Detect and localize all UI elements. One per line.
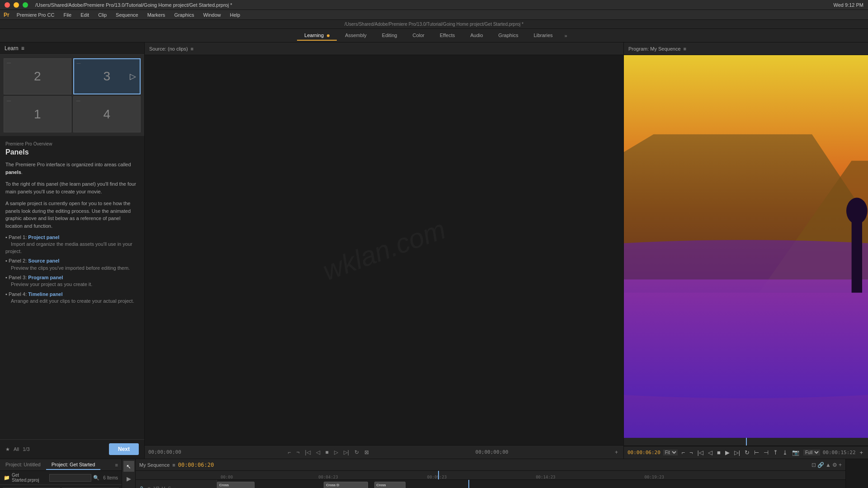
tag-label: All xyxy=(14,446,19,452)
tab-learning[interactable]: Learning xyxy=(297,31,337,41)
next-button[interactable]: Next xyxy=(109,443,139,455)
panel-thumb-2[interactable]: — 2 xyxy=(4,58,71,94)
program-insert[interactable]: ⊢ xyxy=(753,448,760,457)
source-step-back[interactable]: |◁ xyxy=(303,448,312,456)
learn-menu-icon[interactable]: ≡ xyxy=(21,45,24,52)
program-title: Program: My Sequence xyxy=(628,46,681,52)
program-lift[interactable]: ⤒ xyxy=(772,448,779,457)
ripple-edit-tool[interactable]: |◁ xyxy=(123,485,134,488)
panel-thumb-1[interactable]: — 1 xyxy=(4,96,71,132)
track-v2-sync[interactable]: S xyxy=(168,486,172,488)
project-tab-menu[interactable]: ≡ xyxy=(112,462,122,468)
learn-subtitle: Premiere Pro Overview xyxy=(5,141,139,146)
source-timecode-right: 00;00;00;00 xyxy=(476,449,509,455)
tab-audio[interactable]: Audio xyxy=(463,31,490,41)
file-path-display: /Users/Shared/Adobe/Premiere Pro/13.0/Tu… xyxy=(344,22,524,27)
timeline-add-track[interactable]: + xyxy=(839,462,842,468)
source-controls: ⌐ ¬ |◁ ◁ ■ ▷ ▷| ↻ ⊠ xyxy=(286,448,371,456)
menu-edit[interactable]: Edit xyxy=(77,11,93,19)
tab-assembly[interactable]: Assembly xyxy=(338,31,374,41)
clip-cross-3[interactable]: Cross xyxy=(374,482,406,488)
source-menu-icon[interactable]: ≡ xyxy=(191,46,193,52)
timeline-markers[interactable]: ▲ xyxy=(826,462,831,468)
program-timecode: 00:00:06:20 xyxy=(627,450,660,455)
track-v2-visibility[interactable]: 👁 xyxy=(146,486,152,488)
program-mark-in[interactable]: ⌐ xyxy=(680,448,686,457)
panel-num-3: 3 xyxy=(103,69,110,84)
minimize-button[interactable] xyxy=(14,2,19,8)
program-camera[interactable]: 📷 xyxy=(791,448,801,457)
program-mark-out[interactable]: ¬ xyxy=(688,448,694,457)
timeline-linked[interactable]: 🔗 xyxy=(817,462,824,468)
timeline-settings[interactable]: ⚙ xyxy=(832,462,837,468)
menu-clip[interactable]: Clip xyxy=(94,11,110,19)
app-logo: Pr xyxy=(4,12,9,18)
learn-label: Learn xyxy=(5,45,19,52)
play-icon: ▷ xyxy=(130,71,136,81)
tools-panel: ↖ ▶ |◁ ✂ ↔ ✒ ✋ T ⋮ xyxy=(122,459,136,488)
source-add-marker[interactable]: + xyxy=(613,448,620,456)
close-button[interactable] xyxy=(5,2,10,8)
track-v2-collapse[interactable]: ▾ xyxy=(173,486,176,488)
learn-header: Learn ≡ xyxy=(0,42,144,55)
menu-window[interactable]: Window xyxy=(199,11,224,19)
program-scrubber[interactable] xyxy=(624,438,868,446)
panel-item-1: • Panel 1: Project panelImport and organ… xyxy=(5,234,139,255)
source-play-back[interactable]: ◁ xyxy=(314,448,322,456)
program-play[interactable]: ▶ xyxy=(724,448,731,457)
app-name[interactable]: Premiere Pro CC xyxy=(13,11,58,19)
tab-libraries[interactable]: Libraries xyxy=(526,31,560,41)
program-add-marker[interactable]: + xyxy=(858,448,864,457)
ruler-marks: 00:00 00:04:23 00:09:23 00:14:23 00:19:2… xyxy=(221,471,764,479)
track-select-tool[interactable]: ▶ xyxy=(123,473,134,484)
project-search-input[interactable] xyxy=(49,474,91,482)
source-mark-in[interactable]: ⌐ xyxy=(286,448,292,456)
menu-help[interactable]: Help xyxy=(226,11,244,19)
source-step-fwd[interactable]: ▷| xyxy=(342,448,351,456)
source-stop[interactable]: ■ xyxy=(324,448,330,456)
timeline-snap[interactable]: ⊡ xyxy=(811,462,816,468)
source-loop[interactable]: ↻ xyxy=(353,448,361,456)
more-workspaces[interactable]: » xyxy=(561,31,571,40)
program-loop[interactable]: ↻ xyxy=(743,448,751,457)
clock: Wed 9:12 PM xyxy=(834,2,863,8)
menu-graphics[interactable]: Graphics xyxy=(170,11,198,19)
ruler-mark-4: 00:19:23 xyxy=(645,475,664,479)
clip-cross-2[interactable]: Cross D xyxy=(324,482,368,488)
quality-dropdown[interactable]: Full xyxy=(803,450,820,455)
tab-color[interactable]: Color xyxy=(405,31,431,41)
main-layout: Learn ≡ — 2 — 3 ▷ — 1 — 4 Premiere Pro O xyxy=(0,42,868,459)
fit-dropdown[interactable]: Fit xyxy=(663,450,678,455)
program-step-fwd[interactable]: ▷| xyxy=(733,448,741,457)
program-preview: guatemala xyxy=(624,55,868,438)
svg-point-6 xyxy=(846,197,868,224)
project-tab-getstarted[interactable]: Project: Get Started xyxy=(46,460,101,470)
panel-thumb-4[interactable]: — 4 xyxy=(73,96,141,132)
program-step-back[interactable]: |◁ xyxy=(696,448,705,457)
selection-tool[interactable]: ↖ xyxy=(123,461,134,472)
track-v2-lock[interactable]: 🔒 xyxy=(138,486,145,488)
menu-file[interactable]: File xyxy=(60,11,75,19)
source-mark-out[interactable]: ¬ xyxy=(294,448,301,456)
tab-effects[interactable]: Effects xyxy=(433,31,462,41)
program-menu-icon[interactable]: ≡ xyxy=(684,46,686,52)
tab-editing[interactable]: Editing xyxy=(375,31,405,41)
timeline-menu-icon[interactable]: ≡ xyxy=(172,462,175,468)
program-overwrite[interactable]: ⊣ xyxy=(762,448,770,457)
source-safe-margins[interactable]: ⊠ xyxy=(363,448,371,456)
source-play[interactable]: ▷ xyxy=(332,448,340,456)
learn-text-2: To the right of this panel (the learn pa… xyxy=(5,180,139,195)
clip-cross-1[interactable]: Cross xyxy=(217,482,255,488)
menu-sequence[interactable]: Sequence xyxy=(112,11,142,19)
panel-thumb-3[interactable]: — 3 ▷ xyxy=(73,58,141,94)
project-tab-untitled[interactable]: Project: Untitled xyxy=(0,460,46,470)
track-v2-mute[interactable]: M xyxy=(161,486,165,488)
program-extract[interactable]: ⤓ xyxy=(781,448,789,457)
program-stop[interactable]: ■ xyxy=(716,448,722,457)
tab-graphics[interactable]: Graphics xyxy=(491,31,525,41)
maximize-button[interactable] xyxy=(23,2,28,8)
program-play-back[interactable]: ◁ xyxy=(707,448,714,457)
project-search-icon[interactable]: 🔍 xyxy=(93,475,99,481)
item-count: 6 Items xyxy=(103,475,118,480)
menu-markers[interactable]: Markers xyxy=(144,11,169,19)
